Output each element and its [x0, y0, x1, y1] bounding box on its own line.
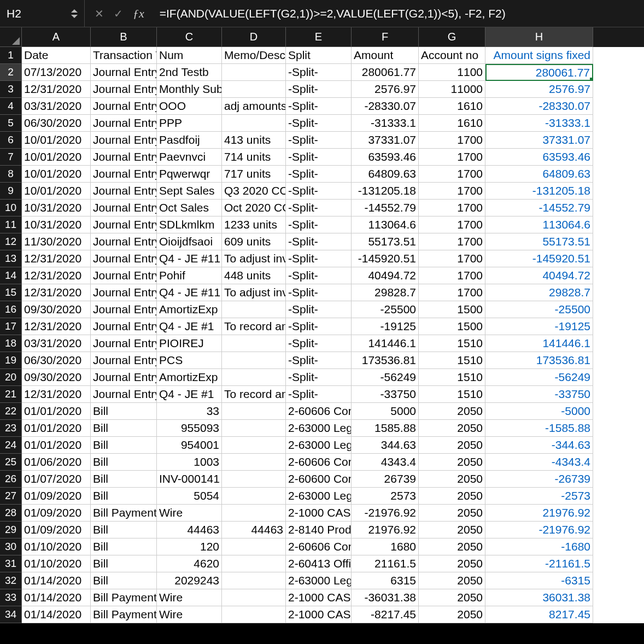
- cell[interactable]: Q3 2020 COG: [222, 183, 286, 200]
- cell[interactable]: 1610: [419, 98, 485, 115]
- cell[interactable]: -Split-: [286, 149, 352, 166]
- cell[interactable]: -Split-: [286, 115, 352, 132]
- cell[interactable]: 44463: [157, 522, 222, 538]
- cell[interactable]: -25500: [352, 301, 419, 318]
- cell[interactable]: Journal Entry: [91, 98, 157, 115]
- cell[interactable]: INV-000141: [157, 471, 222, 488]
- cell[interactable]: -Split-: [286, 301, 352, 318]
- cell[interactable]: Bill Payment: [91, 589, 157, 606]
- cell[interactable]: Journal Entry: [91, 183, 157, 200]
- cell[interactable]: 5054: [157, 488, 222, 505]
- cell[interactable]: -Split-: [286, 183, 352, 200]
- row-header[interactable]: 20: [0, 369, 22, 386]
- cell[interactable]: 26739: [352, 471, 419, 488]
- cell[interactable]: Oioijdfsaoi: [157, 233, 222, 250]
- cell[interactable]: 113064.6: [485, 216, 593, 233]
- cell[interactable]: -21976.92: [352, 505, 419, 522]
- column-header-E[interactable]: E: [286, 27, 352, 47]
- cell[interactable]: 1100: [419, 64, 485, 81]
- cell[interactable]: -19125: [352, 318, 419, 335]
- cell[interactable]: Journal Entry: [91, 233, 157, 250]
- cell[interactable]: Journal Entry: [91, 267, 157, 284]
- cell[interactable]: Wire: [157, 606, 222, 623]
- cell[interactable]: 413 units: [222, 132, 286, 149]
- cell[interactable]: 21976.92: [352, 522, 419, 538]
- cell[interactable]: 09/30/2020: [22, 301, 91, 318]
- cell[interactable]: Journal Entry: [91, 149, 157, 166]
- cell[interactable]: [222, 81, 286, 98]
- cell[interactable]: Bill Payment: [91, 505, 157, 522]
- cell[interactable]: -Split-: [286, 267, 352, 284]
- cell[interactable]: Transaction Type: [91, 47, 157, 64]
- cell[interactable]: Sept Sales: [157, 183, 222, 200]
- cell[interactable]: -6315: [485, 572, 593, 589]
- cell[interactable]: -28330.07: [352, 98, 419, 115]
- cell[interactable]: 173536.81: [485, 352, 593, 369]
- cell[interactable]: Oct Sales: [157, 200, 222, 216]
- cell[interactable]: 609 units: [222, 233, 286, 250]
- cell[interactable]: -Split-: [286, 386, 352, 403]
- cell[interactable]: 33: [157, 403, 222, 420]
- cell[interactable]: [222, 589, 286, 606]
- cell[interactable]: Account no: [419, 47, 485, 64]
- cell[interactable]: -131205.18: [485, 183, 593, 200]
- cell[interactable]: -2573: [485, 488, 593, 505]
- cell[interactable]: Journal Entry: [91, 64, 157, 81]
- cell[interactable]: 2050: [419, 538, 485, 555]
- cell[interactable]: [222, 488, 286, 505]
- cell[interactable]: 12/31/2020: [22, 284, 91, 301]
- cell[interactable]: To record am: [222, 386, 286, 403]
- cell[interactable]: Num: [157, 47, 222, 64]
- name-box-stepper[interactable]: [71, 9, 78, 18]
- cell[interactable]: Journal Entry: [91, 115, 157, 132]
- cell[interactable]: 01/10/2020: [22, 538, 91, 555]
- cell[interactable]: Journal Entry: [91, 369, 157, 386]
- cell[interactable]: 2-60606 Con: [286, 403, 352, 420]
- cell[interactable]: Journal Entry: [91, 200, 157, 216]
- formula-input[interactable]: =IF(AND(VALUE(LEFT(G2,1))>=2,VALUE(LEFT(…: [160, 7, 644, 20]
- cell[interactable]: -Split-: [286, 369, 352, 386]
- cell[interactable]: Bill: [91, 538, 157, 555]
- cell[interactable]: 03/31/2020: [22, 335, 91, 352]
- row-header[interactable]: 16: [0, 301, 22, 318]
- cell[interactable]: Journal Entry: [91, 386, 157, 403]
- column-header-D[interactable]: D: [222, 27, 286, 47]
- cell[interactable]: Amount signs fixed: [485, 47, 593, 64]
- cell[interactable]: Date: [22, 47, 91, 64]
- cell[interactable]: 1700: [419, 250, 485, 267]
- select-all-corner[interactable]: [0, 27, 22, 47]
- cell[interactable]: To adjust inv: [222, 284, 286, 301]
- row-header[interactable]: 24: [0, 437, 22, 454]
- cell[interactable]: -Split-: [286, 200, 352, 216]
- cell[interactable]: 1680: [352, 538, 419, 555]
- row-header[interactable]: 8: [0, 166, 22, 183]
- cell[interactable]: To adjust inv: [222, 250, 286, 267]
- row-header[interactable]: 2: [0, 64, 22, 81]
- cell[interactable]: 12/31/2020: [22, 267, 91, 284]
- row-header[interactable]: 7: [0, 149, 22, 166]
- column-header-A[interactable]: A: [22, 27, 91, 47]
- cell[interactable]: 1233 units: [222, 216, 286, 233]
- cell[interactable]: 717 units: [222, 166, 286, 183]
- cell[interactable]: 64809.63: [485, 166, 593, 183]
- cell[interactable]: [222, 352, 286, 369]
- cell[interactable]: -56249: [485, 369, 593, 386]
- row-header[interactable]: 11: [0, 216, 22, 233]
- cell[interactable]: 113064.6: [352, 216, 419, 233]
- cell[interactable]: 2-63000 Lega: [286, 437, 352, 454]
- cell[interactable]: Q4 - JE #1: [157, 386, 222, 403]
- cell[interactable]: 09/30/2020: [22, 369, 91, 386]
- cell[interactable]: 55173.51: [485, 233, 593, 250]
- row-header[interactable]: 21: [0, 386, 22, 403]
- cell[interactable]: Q4 - JE #1: [157, 318, 222, 335]
- cell[interactable]: 2-60413 Offi: [286, 555, 352, 572]
- cell[interactable]: Journal Entry: [91, 284, 157, 301]
- row-header[interactable]: 13: [0, 250, 22, 267]
- cell[interactable]: 63593.46: [485, 149, 593, 166]
- cell[interactable]: [222, 572, 286, 589]
- cell[interactable]: 2050: [419, 488, 485, 505]
- cell[interactable]: -Split-: [286, 81, 352, 98]
- row-header[interactable]: 32: [0, 572, 22, 589]
- cell[interactable]: Journal Entry: [91, 318, 157, 335]
- cell[interactable]: -131205.18: [352, 183, 419, 200]
